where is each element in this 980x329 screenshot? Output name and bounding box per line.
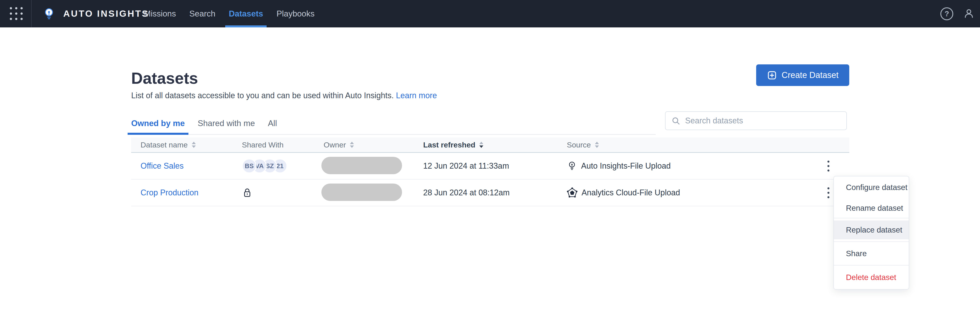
lock-icon bbox=[242, 188, 324, 198]
owner-redacted-pill bbox=[321, 184, 402, 201]
source-cell: Auto Insights-File Upload bbox=[567, 161, 819, 171]
dataset-name-link[interactable]: Crop Production bbox=[140, 188, 199, 197]
search-input[interactable] bbox=[665, 111, 847, 130]
menu-item-configure-dataset[interactable]: Configure dataset bbox=[834, 176, 909, 198]
help-icon[interactable]: ? bbox=[940, 7, 953, 20]
menu-item-replace-dataset[interactable]: Replace dataset bbox=[834, 221, 909, 239]
column-label: Source bbox=[567, 141, 591, 149]
tab-owned-by-me[interactable]: Owned by me bbox=[131, 113, 185, 134]
datasets-table: Dataset name Shared With Owner Last refr… bbox=[131, 137, 849, 206]
column-header-dataset-name: Dataset name bbox=[140, 141, 242, 149]
brand-title: AUTO INSIGHTS bbox=[63, 8, 149, 19]
table-header-row: Dataset name Shared With Owner Last refr… bbox=[131, 137, 849, 153]
page-title: Datasets bbox=[131, 69, 198, 87]
sort-icon[interactable] bbox=[350, 141, 354, 148]
last-refreshed-cell: 28 Jun 2024 at 08:12am bbox=[423, 188, 567, 197]
column-header-source: Source bbox=[567, 141, 819, 149]
primary-nav: Missions Search Datasets Playbooks bbox=[143, 0, 316, 27]
help-glyph: ? bbox=[945, 10, 949, 18]
account-icon[interactable] bbox=[963, 8, 975, 20]
nav-item-playbooks[interactable]: Playbooks bbox=[275, 0, 316, 27]
sort-icon[interactable] bbox=[595, 141, 599, 148]
datasets-page: AUTO INSIGHTS Missions Search Datasets P… bbox=[0, 0, 980, 329]
source-cell: Analytics Cloud-File Upload bbox=[567, 188, 819, 198]
page-description: List of all datasets accessible to you a… bbox=[131, 91, 437, 100]
learn-more-link[interactable]: Learn more bbox=[396, 91, 437, 100]
search-icon bbox=[671, 116, 681, 126]
brand: AUTO INSIGHTS bbox=[42, 0, 149, 27]
lightbulb-logo-icon bbox=[42, 7, 56, 21]
table-row: Crop Production 28 Jun 2024 at 08:12am bbox=[131, 180, 849, 206]
tab-shared-with-me[interactable]: Shared with me bbox=[198, 113, 255, 134]
tab-all[interactable]: All bbox=[268, 113, 277, 134]
row-actions-kebab-icon[interactable] bbox=[822, 183, 835, 203]
table-row: Office Sales BS VA SZ 21 12 Jun 2024 at … bbox=[131, 153, 849, 180]
create-dataset-button[interactable]: Create Dataset bbox=[756, 64, 849, 86]
column-header-last-refreshed: Last refreshed bbox=[423, 141, 567, 149]
row-actions-kebab-icon[interactable] bbox=[822, 156, 835, 176]
app-launcher-icon[interactable] bbox=[10, 7, 23, 20]
dataset-tabs: Owned by me Shared with me All bbox=[131, 113, 656, 135]
plus-square-icon bbox=[767, 70, 777, 80]
column-header-owner: Owner bbox=[324, 141, 423, 149]
topbar-actions: ? bbox=[940, 0, 975, 27]
dataset-context-menu: Configure dataset Rename dataset Replace… bbox=[834, 176, 909, 289]
last-refreshed-cell: 12 Jun 2024 at 11:33am bbox=[423, 161, 567, 171]
sort-icon-descending[interactable] bbox=[479, 141, 483, 148]
top-navigation-bar: AUTO INSIGHTS Missions Search Datasets P… bbox=[0, 0, 980, 27]
column-label: Last refreshed bbox=[423, 141, 475, 149]
owner-redacted-pill bbox=[321, 157, 402, 174]
nav-item-datasets[interactable]: Datasets bbox=[228, 0, 264, 27]
analytics-cloud-pentagon-icon bbox=[567, 188, 578, 198]
column-label: Shared With bbox=[242, 141, 283, 149]
menu-item-rename-dataset[interactable]: Rename dataset bbox=[834, 198, 909, 218]
shared-with-private bbox=[242, 188, 324, 198]
column-label: Owner bbox=[324, 141, 346, 149]
topbar-divider bbox=[31, 0, 32, 27]
menu-item-delete-dataset[interactable]: Delete dataset bbox=[834, 265, 909, 289]
nav-item-search[interactable]: Search bbox=[188, 0, 217, 27]
column-header-shared-with: Shared With bbox=[242, 141, 324, 149]
menu-item-share[interactable]: Share bbox=[834, 242, 909, 265]
lightbulb-icon bbox=[567, 161, 577, 171]
search-datasets bbox=[665, 111, 847, 130]
shared-with-avatars[interactable]: BS VA SZ 21 bbox=[242, 159, 324, 173]
column-label: Dataset name bbox=[140, 141, 188, 149]
dataset-name-link[interactable]: Office Sales bbox=[140, 161, 183, 170]
menu-spacer bbox=[834, 239, 909, 242]
nav-item-missions[interactable]: Missions bbox=[143, 0, 177, 27]
source-label: Analytics Cloud-File Upload bbox=[582, 188, 680, 197]
menu-spacer bbox=[834, 218, 909, 221]
create-dataset-label: Create Dataset bbox=[781, 70, 838, 80]
source-label: Auto Insights-File Upload bbox=[581, 161, 671, 171]
page-description-text: List of all datasets accessible to you a… bbox=[131, 91, 394, 100]
sort-icon[interactable] bbox=[192, 141, 196, 148]
avatar: BS bbox=[242, 159, 256, 173]
